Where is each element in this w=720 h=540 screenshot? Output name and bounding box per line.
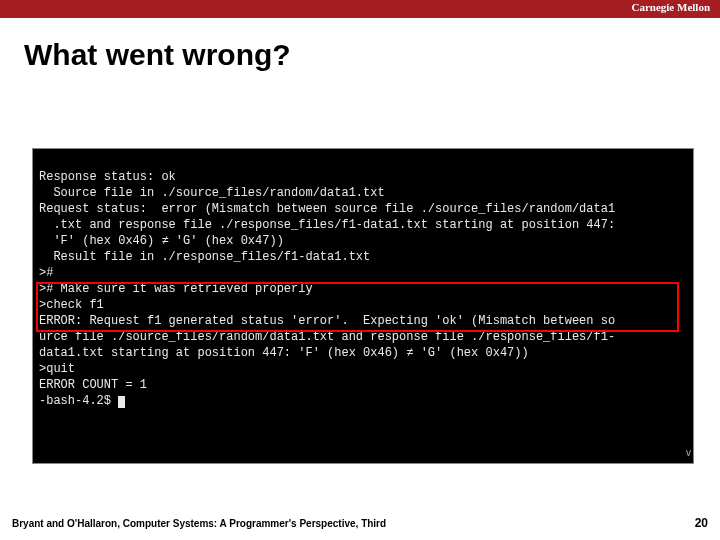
- footer: Bryant and O'Hallaron, Computer Systems:…: [12, 516, 708, 530]
- term-line: Result file in ./response_files/f1-data1…: [39, 250, 370, 264]
- term-line: -bash-4.2$: [39, 394, 118, 408]
- term-line: >check f1: [39, 298, 104, 312]
- scroll-down-icon: v: [686, 445, 691, 461]
- institution-label: Carnegie Mellon: [631, 1, 710, 13]
- citation-text: Bryant and O'Hallaron, Computer Systems:…: [12, 518, 386, 529]
- cursor-icon: [118, 396, 125, 408]
- slide-title: What went wrong?: [0, 18, 720, 72]
- term-line: data1.txt starting at position 447: 'F' …: [39, 346, 529, 360]
- terminal-content: Response status: ok Source file in ./sou…: [33, 149, 693, 463]
- term-line: >#: [39, 266, 53, 280]
- term-line: ># Make sure it was retrieved properly: [39, 282, 313, 296]
- term-line: >quit: [39, 362, 75, 376]
- term-line: 'F' (hex 0x46) ≠ 'G' (hex 0x47)): [39, 234, 284, 248]
- term-line: ERROR COUNT = 1: [39, 378, 147, 392]
- term-line: .txt and response file ./response_files/…: [39, 218, 615, 232]
- page-number: 20: [695, 516, 708, 530]
- term-line: Source file in ./source_files/random/dat…: [39, 186, 385, 200]
- term-line: ERROR: Request f1 generated status 'erro…: [39, 314, 615, 328]
- header-bar: Carnegie Mellon: [0, 0, 720, 18]
- terminal-window: Response status: ok Source file in ./sou…: [32, 148, 694, 464]
- term-line: urce file ./source_files/random/data1.tx…: [39, 330, 615, 344]
- term-line: Request status: error (Mismatch between …: [39, 202, 615, 216]
- term-line: Response status: ok: [39, 170, 176, 184]
